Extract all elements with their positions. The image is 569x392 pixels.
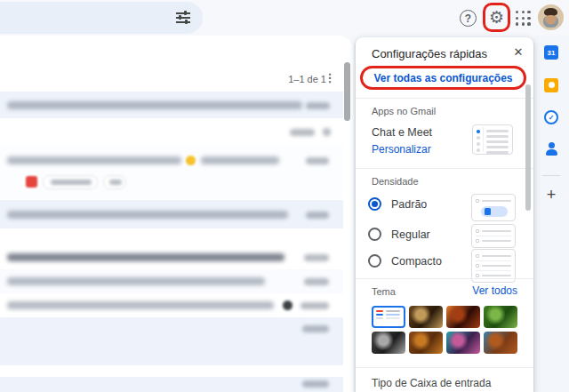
theme-thumbnail[interactable] (372, 332, 405, 354)
side-panel-strip: 31 ✓ + (533, 36, 569, 392)
density-regular-thumbnail (471, 224, 516, 248)
blurred-date (306, 102, 330, 109)
google-apps-icon[interactable] (516, 11, 531, 26)
blurred-date (302, 325, 329, 332)
blurred-subject (201, 156, 279, 164)
density-section-label: Densidade (372, 176, 419, 187)
theme-thumbnail[interactable] (372, 306, 405, 328)
chat-meet-thumbnail (472, 124, 513, 155)
tasks-icon[interactable]: ✓ (544, 110, 558, 124)
attachment-chip[interactable] (43, 175, 98, 189)
topbar: ? ⚙ (0, 0, 569, 36)
email-row[interactable] (0, 317, 343, 365)
divider (356, 278, 533, 279)
email-row[interactable] (0, 145, 343, 198)
blurred-date (304, 278, 329, 285)
theme-thumbnail[interactable] (409, 306, 443, 328)
pagination-label: 1–1 de 1 (288, 74, 326, 84)
blurred-subject (7, 253, 284, 261)
blurred-date (306, 157, 329, 164)
emoji-icon (186, 156, 196, 165)
email-row[interactable] (0, 293, 343, 317)
profile-avatar[interactable] (538, 4, 564, 30)
blurred-icon (323, 128, 331, 136)
blurred-subject (7, 301, 274, 309)
divider (356, 168, 533, 169)
attachment-chip[interactable] (103, 175, 126, 189)
email-row[interactable] (0, 200, 343, 228)
theme-thumbnail[interactable] (484, 306, 517, 328)
panel-title: Configurações rápidas (372, 47, 487, 60)
theme-thumbnail[interactable] (446, 332, 480, 354)
pdf-attachment-icon (26, 176, 37, 188)
section-header-row[interactable] (0, 118, 343, 145)
blurred-date (301, 302, 329, 309)
see-all-settings-button[interactable]: Ver todas as configurações (373, 72, 512, 84)
blurred-subject (7, 156, 181, 164)
email-row[interactable] (0, 377, 343, 392)
blurred-date (304, 254, 329, 261)
calendar-icon[interactable]: 31 (544, 45, 558, 60)
strip-divider (542, 175, 560, 176)
see-all-annotation-box: Ver todas as configurações (360, 66, 526, 90)
inbox-type-section-label: Tipo de Caixa de entrada (372, 377, 491, 389)
personalize-link[interactable]: Personalizar (372, 143, 431, 156)
theme-thumbnail[interactable] (409, 332, 443, 354)
radio-regular-label: Regular (391, 228, 430, 241)
density-padrao-thumbnail (471, 194, 516, 221)
radio-regular[interactable] (368, 228, 381, 241)
mail-list: 1–1 de 1 ⋮ (0, 36, 353, 392)
email-row[interactable] (0, 245, 343, 269)
blurred-label (109, 180, 122, 185)
radio-padrao[interactable] (368, 197, 381, 211)
blurred-subject (7, 101, 302, 109)
panel-scrollbar[interactable] (525, 84, 531, 211)
chat-meet-label: Chat e Meet (372, 126, 432, 139)
apps-section-label: Apps no Gmail (372, 106, 436, 116)
radio-compacto[interactable] (368, 254, 381, 268)
see-all-themes-link[interactable]: Ver todos (472, 284, 517, 297)
blurred-date (306, 212, 329, 219)
quick-settings-panel: Configurações rápidas ✕ Ver todas as con… (356, 37, 533, 392)
theme-thumbnail[interactable] (446, 306, 480, 328)
theme-section-label: Tema (372, 286, 396, 297)
theme-thumbnail[interactable] (484, 332, 517, 354)
close-icon[interactable]: ✕ (510, 44, 526, 60)
radio-padrao-label: Padrão (391, 198, 427, 211)
contacts-icon[interactable] (544, 141, 558, 156)
email-row[interactable] (0, 269, 343, 293)
mail-scrollbar[interactable] (344, 62, 350, 121)
blurred-date (302, 380, 329, 388)
blurred-count (290, 129, 315, 136)
themes-grid (372, 306, 519, 354)
settings-gear-icon[interactable]: ⚙ (489, 9, 504, 26)
email-row[interactable] (0, 92, 343, 118)
keep-icon[interactable] (544, 78, 558, 92)
blurred-icon (283, 300, 293, 310)
settings-annotation-box: ⚙ (483, 3, 510, 32)
search-options-icon[interactable] (176, 11, 190, 25)
blurred-subject (7, 211, 288, 219)
blurred-filename (51, 180, 92, 185)
divider (356, 367, 533, 368)
blurred-subject (7, 277, 265, 285)
divider (356, 98, 533, 99)
help-icon[interactable]: ? (460, 10, 477, 27)
radio-compacto-label: Compacto (391, 255, 442, 268)
add-addon-icon[interactable]: + (544, 188, 558, 203)
more-options-icon[interactable]: ⋮ (323, 71, 337, 85)
search-bar[interactable] (0, 2, 203, 34)
